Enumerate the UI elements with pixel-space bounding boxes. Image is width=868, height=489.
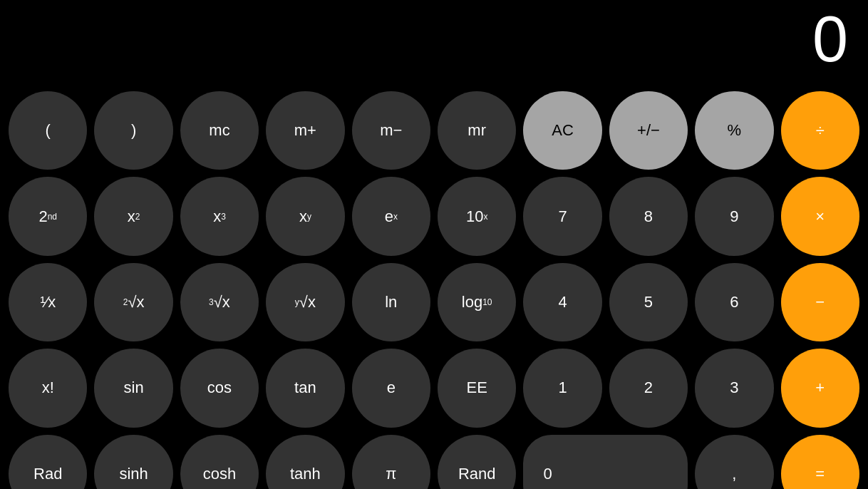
ln-button[interactable]: ln xyxy=(352,263,430,341)
tanh-button[interactable]: tanh xyxy=(266,435,344,489)
pi-button[interactable]: π xyxy=(352,435,430,489)
multiply-button[interactable]: × xyxy=(781,177,859,255)
percent-button[interactable]: % xyxy=(695,91,773,170)
x3-button[interactable]: x3 xyxy=(180,177,259,255)
3-button[interactable]: 3 xyxy=(695,349,773,427)
mplus-button[interactable]: m+ xyxy=(266,91,344,170)
ex-button[interactable]: ex xyxy=(352,177,430,255)
sin-button[interactable]: sin xyxy=(94,349,172,427)
x2-button[interactable]: x2 xyxy=(94,177,172,255)
display: 0 xyxy=(0,0,868,84)
5-button[interactable]: 5 xyxy=(609,263,688,341)
sinh-button[interactable]: sinh xyxy=(94,435,172,489)
rad-button[interactable]: Rad xyxy=(9,435,87,489)
cosh-button[interactable]: cosh xyxy=(180,435,259,489)
sqrty-button[interactable]: y√x xyxy=(266,263,344,341)
open-paren-button[interactable]: ( xyxy=(9,91,87,170)
6-button[interactable]: 6 xyxy=(695,263,773,341)
1-button[interactable]: 1 xyxy=(523,349,601,427)
ee-button[interactable]: EE xyxy=(438,349,516,427)
sqrt3-button[interactable]: 3√x xyxy=(180,263,259,341)
close-paren-button[interactable]: ) xyxy=(94,91,172,170)
tan-button[interactable]: tan xyxy=(266,349,344,427)
0-button[interactable]: 0 xyxy=(523,435,688,489)
ac-button[interactable]: AC xyxy=(523,91,601,170)
cos-button[interactable]: cos xyxy=(180,349,259,427)
equals-button[interactable]: = xyxy=(781,435,859,489)
9-button[interactable]: 9 xyxy=(695,177,773,255)
minus-button[interactable]: − xyxy=(781,263,859,341)
4-button[interactable]: 4 xyxy=(523,263,601,341)
xy-button[interactable]: xy xyxy=(266,177,344,255)
mr-button[interactable]: mr xyxy=(438,91,516,170)
sqrt2-button[interactable]: 2√x xyxy=(94,263,172,341)
decimal-button[interactable]: , xyxy=(695,435,773,489)
8-button[interactable]: 8 xyxy=(609,177,688,255)
rand-button[interactable]: Rand xyxy=(438,435,516,489)
e-button[interactable]: e xyxy=(352,349,430,427)
keypad: ()mcm+m−mrAC+/−%÷2ndx2x3xyex10x789×¹⁄x2√… xyxy=(0,84,868,489)
mminus-button[interactable]: m− xyxy=(352,91,430,170)
10x-button[interactable]: 10x xyxy=(438,177,516,255)
plus-button[interactable]: + xyxy=(781,349,859,427)
mc-button[interactable]: mc xyxy=(180,91,259,170)
divide-button[interactable]: ÷ xyxy=(781,91,859,170)
display-value: 0 xyxy=(812,7,848,71)
log10-button[interactable]: log10 xyxy=(438,263,516,341)
2nd-button[interactable]: 2nd xyxy=(9,177,87,255)
xfact-button[interactable]: x! xyxy=(9,349,87,427)
7-button[interactable]: 7 xyxy=(523,177,601,255)
reciprocal-button[interactable]: ¹⁄x xyxy=(9,263,87,341)
2-button[interactable]: 2 xyxy=(609,349,688,427)
plusminus-button[interactable]: +/− xyxy=(609,91,688,170)
